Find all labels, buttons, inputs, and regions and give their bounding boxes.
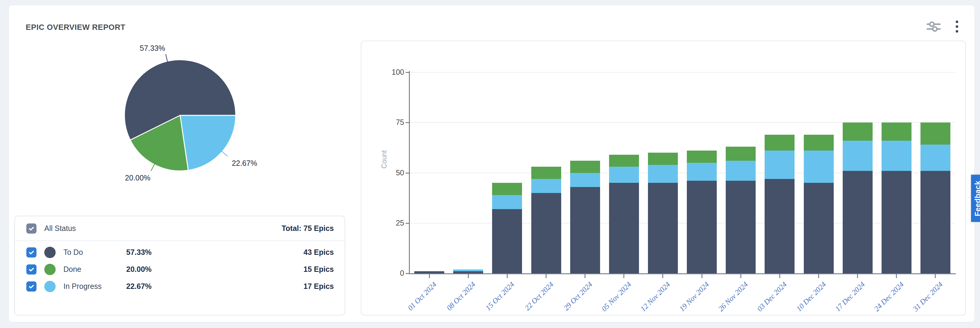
sliders-icon xyxy=(926,21,941,33)
page-title: EPIC OVERVIEW REPORT xyxy=(26,23,125,32)
bar-segment-to-do[interactable] xyxy=(804,183,834,273)
bar-segment-to-do[interactable] xyxy=(531,193,561,273)
status-checkbox[interactable] xyxy=(26,265,37,274)
bar-segment-to-do[interactable] xyxy=(726,181,756,273)
pie-slice[interactable] xyxy=(180,115,236,170)
bar-segment-to-do[interactable] xyxy=(687,181,717,273)
bar-segment-done[interactable] xyxy=(804,135,834,151)
bar-segment-done[interactable] xyxy=(843,122,873,141)
epic-trend-chart-card: Count 025507510001 Oct 202408 Oct 202415… xyxy=(361,41,966,315)
bar-segment-in-progress[interactable] xyxy=(843,141,873,171)
bar-segment-in-progress[interactable] xyxy=(881,141,912,171)
bar-segment-done[interactable] xyxy=(765,135,794,151)
x-axis-tick xyxy=(896,274,897,278)
status-count: 17 Epics xyxy=(304,282,334,291)
bar-segment-in-progress[interactable] xyxy=(921,144,950,171)
bar-segment-to-do[interactable] xyxy=(881,171,912,273)
legend-row: To Do57.33%43 Epics xyxy=(15,244,345,261)
bar-segment-in-progress[interactable] xyxy=(687,163,717,181)
bar-segment-in-progress[interactable] xyxy=(765,151,794,179)
bar-segment-done[interactable] xyxy=(921,122,950,144)
status-checkbox[interactable] xyxy=(26,281,37,292)
bar-segment-done[interactable] xyxy=(609,155,639,167)
bar-segment-to-do[interactable] xyxy=(492,209,522,273)
y-axis-tick xyxy=(406,173,409,174)
bar-segment-done[interactable] xyxy=(570,161,600,173)
gridline xyxy=(410,223,955,223)
x-axis-tick xyxy=(468,274,469,278)
kebab-menu-icon xyxy=(955,20,959,34)
bar-segment-to-do[interactable] xyxy=(453,271,483,273)
bar-segment-in-progress[interactable] xyxy=(492,195,522,209)
status-label: Done xyxy=(64,265,81,274)
bar-segment-to-do[interactable] xyxy=(570,187,600,273)
y-axis-tick-label: 25 xyxy=(377,219,404,227)
bar-segment-done[interactable] xyxy=(531,167,561,179)
bar-segment-to-do[interactable] xyxy=(921,171,950,273)
x-axis-date-label: 12 Nov 2024 xyxy=(639,280,672,313)
x-axis-tick xyxy=(779,274,780,278)
x-axis-tick xyxy=(624,274,624,278)
more-options-button[interactable] xyxy=(953,18,961,36)
status-pie-chart: 22.67%20.00%57.33% xyxy=(12,35,356,244)
bar-segment-in-progress[interactable] xyxy=(570,173,600,187)
bar-segment-in-progress[interactable] xyxy=(804,151,834,183)
x-axis-date-label: 31 Dec 2024 xyxy=(912,280,944,313)
bar-segment-in-progress[interactable] xyxy=(453,269,483,271)
all-status-label: All Status xyxy=(44,224,76,233)
status-percent: 20.00% xyxy=(126,265,152,274)
status-checkbox[interactable] xyxy=(26,247,37,258)
y-axis-tick-label: 50 xyxy=(377,168,404,177)
bar-segment-in-progress[interactable] xyxy=(726,161,756,181)
gridline xyxy=(410,122,955,123)
pie-slice-percent-label: 57.33% xyxy=(140,44,165,52)
bar-segment-done[interactable] xyxy=(492,183,522,195)
bar-segment-in-progress[interactable] xyxy=(609,167,639,183)
bar-segment-to-do[interactable] xyxy=(765,179,794,273)
legend-row: In Progress22.67%17 Epics xyxy=(15,278,345,295)
page-background: EPIC OVERVIEW REPORT xyxy=(0,0,980,328)
x-axis-date-label: 03 Dec 2024 xyxy=(756,280,789,313)
bar-segment-to-do[interactable] xyxy=(648,183,678,273)
y-axis-tick-label: 100 xyxy=(377,68,404,76)
status-label: In Progress xyxy=(64,282,102,291)
legend-row: Done20.00%15 Epics xyxy=(15,261,345,278)
bar-segment-done[interactable] xyxy=(648,153,678,165)
bar-segment-to-do[interactable] xyxy=(843,171,873,273)
gridline xyxy=(410,173,955,173)
x-axis-tick xyxy=(429,274,430,278)
status-color-swatch xyxy=(44,247,56,258)
y-axis-tick-label: 0 xyxy=(377,269,404,277)
bar-segment-to-do[interactable] xyxy=(609,183,639,273)
y-axis-tick xyxy=(406,122,409,123)
checkmark-icon xyxy=(28,266,35,273)
gridline xyxy=(410,72,955,73)
legend-row-all-status: All Status Total: 75 Epics xyxy=(15,220,345,237)
checkmark-icon xyxy=(28,225,35,232)
status-count: 15 Epics xyxy=(304,265,334,274)
x-axis-date-label: 19 Nov 2024 xyxy=(678,280,711,313)
bar-segment-done[interactable] xyxy=(687,151,717,163)
bar-segment-in-progress[interactable] xyxy=(531,179,561,193)
checkmark-icon xyxy=(28,283,35,290)
y-axis-tick xyxy=(406,72,409,73)
bar-segment-to-do[interactable] xyxy=(414,271,444,273)
bar-segment-in-progress[interactable] xyxy=(648,165,678,183)
feedback-button[interactable]: Feedback xyxy=(971,175,980,222)
status-color-swatch xyxy=(44,264,56,275)
chart-settings-button[interactable] xyxy=(925,19,943,35)
all-status-checkbox[interactable] xyxy=(26,223,37,234)
x-axis-date-label: 29 Oct 2024 xyxy=(562,280,594,312)
x-axis-tick xyxy=(935,274,936,278)
x-axis-line xyxy=(409,273,956,274)
x-axis-date-label: 08 Oct 2024 xyxy=(445,280,477,312)
legend-divider xyxy=(15,241,345,241)
bar-segment-done[interactable] xyxy=(726,147,756,161)
bar-segment-done[interactable] xyxy=(881,122,912,141)
pie-slice-percent-label: 22.67% xyxy=(232,159,257,167)
x-axis-tick xyxy=(857,274,858,278)
x-axis-tick xyxy=(546,274,547,278)
x-axis-tick xyxy=(702,274,702,278)
y-axis-tick xyxy=(406,273,409,274)
status-legend-card: All Status Total: 75 Epics To Do57.33%43… xyxy=(14,215,345,315)
